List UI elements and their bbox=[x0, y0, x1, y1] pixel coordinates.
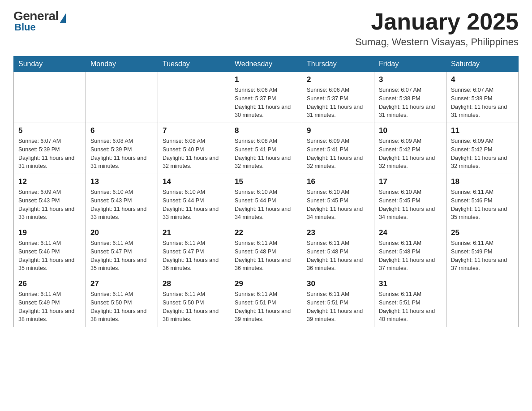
calendar-cell bbox=[14, 72, 86, 123]
day-info: Sunrise: 6:11 AMSunset: 5:49 PMDaylight:… bbox=[451, 239, 514, 273]
calendar-cell: 15Sunrise: 6:10 AMSunset: 5:44 PMDayligh… bbox=[230, 174, 302, 225]
calendar-cell: 14Sunrise: 6:10 AMSunset: 5:44 PMDayligh… bbox=[158, 174, 230, 225]
day-number: 25 bbox=[451, 228, 514, 237]
calendar-cell: 18Sunrise: 6:11 AMSunset: 5:46 PMDayligh… bbox=[446, 174, 519, 225]
day-info: Sunrise: 6:08 AMSunset: 5:41 PMDaylight:… bbox=[235, 137, 297, 171]
calendar-week-row: 5Sunrise: 6:07 AMSunset: 5:39 PMDaylight… bbox=[14, 123, 519, 174]
calendar-cell: 3Sunrise: 6:07 AMSunset: 5:38 PMDaylight… bbox=[374, 72, 446, 123]
calendar-week-row: 1Sunrise: 6:06 AMSunset: 5:37 PMDaylight… bbox=[14, 72, 519, 123]
days-header-row: Sunday Monday Tuesday Wednesday Thursday… bbox=[14, 56, 519, 72]
calendar-cell: 21Sunrise: 6:11 AMSunset: 5:47 PMDayligh… bbox=[158, 225, 230, 276]
day-info: Sunrise: 6:11 AMSunset: 5:51 PMDaylight:… bbox=[307, 290, 369, 324]
day-number: 31 bbox=[379, 279, 442, 288]
day-info: Sunrise: 6:06 AMSunset: 5:37 PMDaylight:… bbox=[307, 86, 369, 120]
day-number: 7 bbox=[163, 126, 225, 135]
calendar-cell: 9Sunrise: 6:09 AMSunset: 5:41 PMDaylight… bbox=[302, 123, 374, 174]
calendar-cell: 22Sunrise: 6:11 AMSunset: 5:48 PMDayligh… bbox=[230, 225, 302, 276]
header-friday: Friday bbox=[374, 56, 446, 72]
day-info: Sunrise: 6:11 AMSunset: 5:46 PMDaylight:… bbox=[18, 239, 81, 273]
month-title: January 2025 bbox=[355, 9, 519, 34]
calendar-cell: 5Sunrise: 6:07 AMSunset: 5:39 PMDaylight… bbox=[14, 123, 86, 174]
day-info: Sunrise: 6:09 AMSunset: 5:42 PMDaylight:… bbox=[379, 137, 442, 171]
day-info: Sunrise: 6:07 AMSunset: 5:38 PMDaylight:… bbox=[379, 86, 442, 120]
day-number: 3 bbox=[379, 75, 442, 84]
day-info: Sunrise: 6:10 AMSunset: 5:44 PMDaylight:… bbox=[163, 188, 225, 222]
calendar-header: Sunday Monday Tuesday Wednesday Thursday… bbox=[14, 56, 519, 72]
day-number: 22 bbox=[235, 228, 297, 237]
calendar-cell: 26Sunrise: 6:11 AMSunset: 5:49 PMDayligh… bbox=[14, 276, 86, 327]
day-number: 9 bbox=[307, 126, 369, 135]
header-wednesday: Wednesday bbox=[230, 56, 302, 72]
day-number: 20 bbox=[90, 228, 153, 237]
day-info: Sunrise: 6:11 AMSunset: 5:47 PMDaylight:… bbox=[163, 239, 225, 273]
calendar-cell: 28Sunrise: 6:11 AMSunset: 5:50 PMDayligh… bbox=[158, 276, 230, 327]
day-number: 30 bbox=[307, 279, 369, 288]
day-info: Sunrise: 6:11 AMSunset: 5:48 PMDaylight:… bbox=[235, 239, 297, 273]
day-info: Sunrise: 6:11 AMSunset: 5:49 PMDaylight:… bbox=[18, 290, 81, 324]
calendar-cell: 7Sunrise: 6:08 AMSunset: 5:40 PMDaylight… bbox=[158, 123, 230, 174]
day-number: 15 bbox=[235, 177, 297, 186]
day-info: Sunrise: 6:11 AMSunset: 5:48 PMDaylight:… bbox=[307, 239, 369, 273]
day-number: 23 bbox=[307, 228, 369, 237]
calendar-cell bbox=[86, 72, 158, 123]
day-number: 24 bbox=[379, 228, 442, 237]
calendar-week-row: 26Sunrise: 6:11 AMSunset: 5:49 PMDayligh… bbox=[14, 276, 519, 327]
calendar-cell: 8Sunrise: 6:08 AMSunset: 5:41 PMDaylight… bbox=[230, 123, 302, 174]
logo: General Blue bbox=[13, 9, 66, 33]
calendar-cell: 4Sunrise: 6:07 AMSunset: 5:38 PMDaylight… bbox=[446, 72, 519, 123]
header-sunday: Sunday bbox=[14, 56, 86, 72]
day-number: 11 bbox=[451, 126, 514, 135]
calendar-cell: 6Sunrise: 6:08 AMSunset: 5:39 PMDaylight… bbox=[86, 123, 158, 174]
day-number: 13 bbox=[90, 177, 153, 186]
calendar-cell: 27Sunrise: 6:11 AMSunset: 5:50 PMDayligh… bbox=[86, 276, 158, 327]
calendar-cell: 30Sunrise: 6:11 AMSunset: 5:51 PMDayligh… bbox=[302, 276, 374, 327]
calendar-cell bbox=[158, 72, 230, 123]
day-info: Sunrise: 6:10 AMSunset: 5:45 PMDaylight:… bbox=[307, 188, 369, 222]
calendar-cell: 23Sunrise: 6:11 AMSunset: 5:48 PMDayligh… bbox=[302, 225, 374, 276]
title-block: January 2025 Sumag, Western Visayas, Phi… bbox=[355, 9, 519, 48]
day-number: 10 bbox=[379, 126, 442, 135]
day-info: Sunrise: 6:10 AMSunset: 5:44 PMDaylight:… bbox=[235, 188, 297, 222]
day-number: 6 bbox=[90, 126, 153, 135]
day-number: 27 bbox=[90, 279, 153, 288]
day-number: 1 bbox=[235, 75, 297, 84]
day-info: Sunrise: 6:09 AMSunset: 5:41 PMDaylight:… bbox=[307, 137, 369, 171]
calendar-cell: 25Sunrise: 6:11 AMSunset: 5:49 PMDayligh… bbox=[446, 225, 519, 276]
day-info: Sunrise: 6:09 AMSunset: 5:43 PMDaylight:… bbox=[18, 188, 81, 222]
day-info: Sunrise: 6:08 AMSunset: 5:39 PMDaylight:… bbox=[90, 137, 153, 171]
calendar-week-row: 19Sunrise: 6:11 AMSunset: 5:46 PMDayligh… bbox=[14, 225, 519, 276]
logo-blue-text: Blue bbox=[14, 21, 36, 33]
day-info: Sunrise: 6:10 AMSunset: 5:43 PMDaylight:… bbox=[90, 188, 153, 222]
location-title: Sumag, Western Visayas, Philippines bbox=[355, 36, 519, 48]
day-info: Sunrise: 6:11 AMSunset: 5:48 PMDaylight:… bbox=[379, 239, 442, 273]
logo-triangle-icon bbox=[60, 13, 66, 23]
day-number: 14 bbox=[163, 177, 225, 186]
day-info: Sunrise: 6:07 AMSunset: 5:39 PMDaylight:… bbox=[18, 137, 81, 171]
day-number: 5 bbox=[18, 126, 81, 135]
day-info: Sunrise: 6:11 AMSunset: 5:51 PMDaylight:… bbox=[379, 290, 442, 324]
calendar-table: Sunday Monday Tuesday Wednesday Thursday… bbox=[13, 56, 519, 327]
day-number: 4 bbox=[451, 75, 514, 84]
calendar-cell: 11Sunrise: 6:09 AMSunset: 5:42 PMDayligh… bbox=[446, 123, 519, 174]
day-info: Sunrise: 6:08 AMSunset: 5:40 PMDaylight:… bbox=[163, 137, 225, 171]
header-thursday: Thursday bbox=[302, 56, 374, 72]
calendar-cell: 13Sunrise: 6:10 AMSunset: 5:43 PMDayligh… bbox=[86, 174, 158, 225]
header-monday: Monday bbox=[86, 56, 158, 72]
calendar-cell: 19Sunrise: 6:11 AMSunset: 5:46 PMDayligh… bbox=[14, 225, 86, 276]
day-info: Sunrise: 6:11 AMSunset: 5:50 PMDaylight:… bbox=[163, 290, 225, 324]
day-number: 21 bbox=[163, 228, 225, 237]
header-saturday: Saturday bbox=[446, 56, 519, 72]
day-number: 12 bbox=[18, 177, 81, 186]
calendar-cell: 16Sunrise: 6:10 AMSunset: 5:45 PMDayligh… bbox=[302, 174, 374, 225]
day-info: Sunrise: 6:07 AMSunset: 5:38 PMDaylight:… bbox=[451, 86, 514, 120]
day-info: Sunrise: 6:06 AMSunset: 5:37 PMDaylight:… bbox=[235, 86, 297, 120]
calendar-cell: 31Sunrise: 6:11 AMSunset: 5:51 PMDayligh… bbox=[374, 276, 446, 327]
calendar-body: 1Sunrise: 6:06 AMSunset: 5:37 PMDaylight… bbox=[14, 72, 519, 327]
calendar-cell: 24Sunrise: 6:11 AMSunset: 5:48 PMDayligh… bbox=[374, 225, 446, 276]
calendar-cell: 17Sunrise: 6:10 AMSunset: 5:45 PMDayligh… bbox=[374, 174, 446, 225]
calendar-cell: 10Sunrise: 6:09 AMSunset: 5:42 PMDayligh… bbox=[374, 123, 446, 174]
header-tuesday: Tuesday bbox=[158, 56, 230, 72]
day-number: 19 bbox=[18, 228, 81, 237]
calendar-cell: 2Sunrise: 6:06 AMSunset: 5:37 PMDaylight… bbox=[302, 72, 374, 123]
day-number: 29 bbox=[235, 279, 297, 288]
